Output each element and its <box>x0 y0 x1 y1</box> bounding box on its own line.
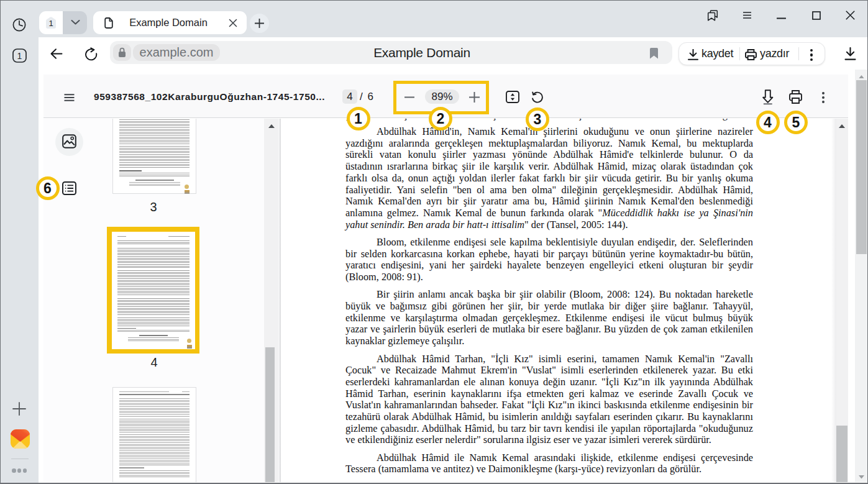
svg-text:1: 1 <box>17 51 22 61</box>
svg-text:1: 1 <box>48 19 53 28</box>
